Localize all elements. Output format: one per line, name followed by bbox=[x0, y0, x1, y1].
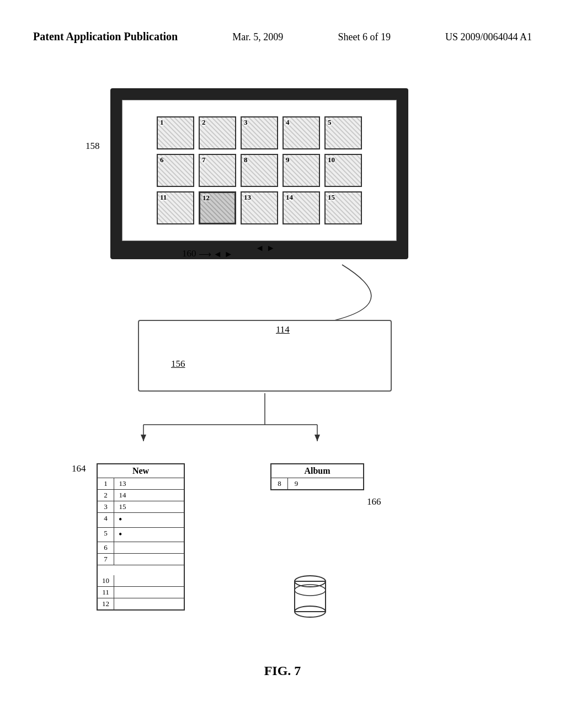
thumb-row-3: 11 12 13 14 15 bbox=[157, 191, 362, 224]
new-cell-3-left: 3 bbox=[98, 501, 114, 512]
thumbnail-grid: 1 2 3 4 5 6 7 8 9 10 11 12 bbox=[157, 116, 362, 224]
monitor-nav: ◄ ► bbox=[255, 243, 275, 253]
new-cell-10-right bbox=[114, 575, 131, 586]
diagram-area: 1 2 3 4 5 6 7 8 9 10 11 12 bbox=[0, 77, 565, 695]
new-cell-5-left: 5 bbox=[98, 528, 114, 542]
database-box bbox=[138, 320, 392, 392]
figure-label: FIG. 7 bbox=[264, 663, 301, 678]
thumb-row-2: 6 7 8 9 10 bbox=[157, 154, 362, 187]
thumb-5[interactable]: 5 bbox=[324, 116, 362, 149]
publication-title: Patent Application Publication bbox=[33, 30, 178, 43]
thumb-2[interactable]: 2 bbox=[199, 116, 236, 149]
label-166: 166 bbox=[367, 496, 381, 507]
new-cell-12-left: 12 bbox=[98, 598, 114, 609]
label-160: 160 bbox=[182, 248, 196, 259]
new-cell-2-right: 14 bbox=[114, 490, 131, 501]
label-156: 156 bbox=[171, 358, 185, 370]
thumb-4[interactable]: 4 bbox=[282, 116, 320, 149]
new-cell-7-right bbox=[114, 554, 131, 565]
thumb-12-selected[interactable]: 12 bbox=[199, 191, 236, 224]
new-cell-3-right: 15 bbox=[114, 501, 131, 512]
new-row-4: 4 • bbox=[98, 513, 184, 528]
label-158: 158 bbox=[86, 141, 100, 152]
new-row-3: 3 15 bbox=[98, 501, 184, 513]
new-cell-5-dot: • bbox=[114, 528, 126, 542]
new-cell-4-left: 4 bbox=[98, 513, 114, 527]
album-panel-title: Album bbox=[271, 464, 363, 478]
monitor-box: 1 2 3 4 5 6 7 8 9 10 11 12 bbox=[110, 88, 408, 259]
new-row-2: 2 14 bbox=[98, 490, 184, 501]
new-cell-1-right: 13 bbox=[114, 478, 131, 489]
label-164: 164 bbox=[72, 463, 86, 474]
monitor-screen: 1 2 3 4 5 6 7 8 9 10 11 12 bbox=[122, 100, 397, 241]
thumb-14[interactable]: 14 bbox=[282, 191, 320, 224]
label-160-area: 160 ⟶ ◄ ► bbox=[182, 248, 233, 259]
new-cell-1-left: 1 bbox=[98, 478, 114, 489]
new-cell-11-right bbox=[114, 587, 131, 598]
nav-arrow-left[interactable]: ◄ bbox=[255, 243, 264, 253]
new-cell-11-left: 11 bbox=[98, 587, 114, 598]
new-row-11: 11 bbox=[98, 587, 184, 598]
thumb-7[interactable]: 7 bbox=[199, 154, 236, 187]
new-cell-2-left: 2 bbox=[98, 490, 114, 501]
new-cell-6-right bbox=[114, 542, 131, 553]
database-cylinder bbox=[291, 575, 329, 619]
new-cell-12-right bbox=[114, 598, 131, 609]
thumb-6[interactable]: 6 bbox=[157, 154, 194, 187]
new-panel-gap bbox=[98, 565, 184, 575]
thumb-8[interactable]: 8 bbox=[241, 154, 278, 187]
album-row-1: 8 9 bbox=[271, 478, 363, 489]
svg-marker-7 bbox=[315, 435, 320, 441]
album-cell-9: 9 bbox=[288, 478, 305, 489]
thumb-15[interactable]: 15 bbox=[324, 191, 362, 224]
page-header: Patent Application Publication Mar. 5, 2… bbox=[0, 30, 565, 43]
label-114: 114 bbox=[276, 324, 290, 335]
svg-marker-5 bbox=[141, 435, 146, 441]
new-cell-7-left: 7 bbox=[98, 554, 114, 565]
thumb-9[interactable]: 9 bbox=[282, 154, 320, 187]
album-cell-8: 8 bbox=[271, 478, 288, 489]
new-cell-10-left: 10 bbox=[98, 575, 114, 586]
new-row-1: 1 13 bbox=[98, 478, 184, 490]
album-panel: Album 8 9 bbox=[270, 463, 364, 490]
publication-date: Mar. 5, 2009 bbox=[232, 31, 283, 43]
thumb-11[interactable]: 11 bbox=[157, 191, 194, 224]
new-row-6: 6 bbox=[98, 542, 184, 554]
new-row-10: 10 bbox=[98, 575, 184, 587]
nav-arrow-right[interactable]: ► bbox=[266, 243, 275, 253]
thumb-13[interactable]: 13 bbox=[241, 191, 278, 224]
new-panel-title: New bbox=[98, 464, 184, 478]
new-panel: New 1 13 2 14 3 15 4 • 5 • 6 7 bbox=[97, 463, 185, 611]
thumb-1[interactable]: 1 bbox=[157, 116, 194, 149]
patent-number: US 2009/0064044 A1 bbox=[445, 31, 532, 43]
thumb-row-1: 1 2 3 4 5 bbox=[157, 116, 362, 149]
nav-arrow-indicator: ⟶ ◄ ► bbox=[199, 249, 233, 259]
new-row-7: 7 bbox=[98, 554, 184, 565]
thumb-10[interactable]: 10 bbox=[324, 154, 362, 187]
thumb-3[interactable]: 3 bbox=[241, 116, 278, 149]
sheet-info: Sheet 6 of 19 bbox=[338, 31, 390, 43]
new-cell-6-left: 6 bbox=[98, 542, 114, 553]
new-cell-4-dot: • bbox=[114, 513, 126, 527]
new-row-12: 12 bbox=[98, 598, 184, 609]
new-row-5: 5 • bbox=[98, 528, 184, 543]
